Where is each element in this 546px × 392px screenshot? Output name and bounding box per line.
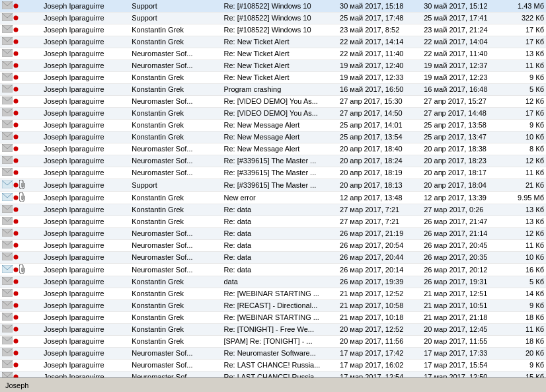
table-row[interactable]: Joseph IparaguirreNeuromaster Sof...Re: … [0, 371, 546, 377]
envelope-icon [2, 180, 13, 190]
email-to: Neuromaster Sof... [130, 347, 221, 359]
table-row[interactable]: Joseph IparaguirreSupportRe: [#339615] T… [0, 178, 546, 191]
email-size: 13 Кб [506, 48, 546, 59]
email-size: 11 Кб [506, 167, 546, 178]
email-sent: 17 мар 2017, 17:42 [338, 347, 422, 359]
svg-point-21 [14, 123, 19, 128]
table-row[interactable]: Joseph IparaguirreNeuromaster Sof...Re: … [0, 143, 546, 155]
email-to: Konstantin Grek [130, 288, 221, 299]
email-size: 9 Кб [506, 71, 546, 83]
email-to: Neuromaster Sof... [130, 95, 221, 107]
email-subject: Re: data [221, 239, 338, 251]
email-icons-cell [0, 71, 42, 83]
table-row[interactable]: Joseph IparaguirreKonstantin GrekRe: [#1… [0, 24, 546, 36]
email-to: Konstantin Grek [130, 24, 221, 36]
table-row[interactable]: Joseph IparaguirreKonstantin GrekRe: New… [0, 119, 546, 131]
table-row[interactable]: Joseph IparaguirreNeuromaster Sof...Re: … [0, 347, 546, 359]
envelope-icon [2, 49, 13, 58]
email-size: 11 Кб [506, 323, 546, 335]
email-sent: 30 май 2017, 15:18 [338, 0, 422, 12]
table-row[interactable]: Joseph IparaguirreKonstantin GrekRe: New… [0, 71, 546, 83]
email-received: 26 мар 2017, 20:12 [422, 263, 506, 276]
table-row[interactable]: Joseph IparaguirreNeuromaster Sof...Re: … [0, 95, 546, 107]
paperclip-icon [19, 192, 26, 203]
email-from: Joseph Iparaguirre [42, 299, 130, 311]
email-subject: Re: [WEBINAR STARTING ... [221, 288, 338, 299]
table-row[interactable]: Joseph IparaguirreSupportRe: [#108522] W… [0, 0, 546, 12]
table-row[interactable]: Joseph IparaguirreKonstantin GrekRe: [RE… [0, 299, 546, 311]
table-row[interactable]: Joseph IparaguirreNeuromaster Sof...Re: … [0, 227, 546, 239]
table-row[interactable]: Joseph IparaguirreNeuromaster Sof...Re: … [0, 359, 546, 371]
svg-point-43 [14, 255, 19, 260]
svg-point-31 [14, 182, 19, 187]
table-row[interactable]: Joseph IparaguirreKonstantin GrekRe: [WE… [0, 311, 546, 323]
unread-dot-icon [13, 241, 19, 249]
email-received: 26 мар 2017, 20:35 [422, 251, 506, 263]
table-row[interactable]: Joseph IparaguirreKonstantin GrekRe: dat… [0, 216, 546, 227]
table-row[interactable]: Joseph IparaguirreKonstantin GrekProgram… [0, 83, 546, 95]
table-row[interactable]: Joseph IparaguirreNeuromaster Sof...Re: … [0, 263, 546, 276]
email-to: Neuromaster Sof... [130, 371, 221, 377]
unread-dot-icon [13, 169, 19, 176]
email-received: 20 мар 2017, 12:45 [422, 323, 506, 335]
table-row[interactable]: Joseph IparaguirreKonstantin GrekRe: [TO… [0, 323, 546, 335]
svg-point-7 [14, 40, 19, 44]
email-from: Joseph Iparaguirre [42, 276, 130, 288]
svg-point-15 [14, 87, 19, 92]
table-row[interactable]: Joseph IparaguirreKonstantin GrekRe: [WE… [0, 288, 546, 299]
email-subject: Re: New Ticket Alert [221, 71, 338, 83]
email-size: 5 Кб [506, 83, 546, 95]
email-subject: Re: [WEBINAR STARTING ... [221, 311, 338, 323]
email-icons-cell [0, 311, 42, 323]
table-row[interactable]: Joseph IparaguirreSupportRe: [#108522] W… [0, 12, 546, 24]
email-size: 1.43 Мб [506, 0, 546, 12]
email-to: Neuromaster Sof... [130, 251, 221, 263]
email-subject: Re: [#108522] Windows 10 [221, 12, 338, 24]
svg-point-23 [14, 135, 19, 139]
unread-dot-icon [13, 361, 19, 369]
envelope-icon [2, 13, 13, 22]
table-row[interactable]: Joseph IparaguirreKonstantin GrekRe: dat… [0, 204, 546, 216]
table-row[interactable]: Joseph IparaguirreNeuromaster Sof...Re: … [0, 251, 546, 263]
email-subject: Re: [#339615] The Master ... [221, 178, 338, 191]
email-from: Joseph Iparaguirre [42, 347, 130, 359]
table-row[interactable]: Joseph IparaguirreKonstantin GrekRe: New… [0, 131, 546, 143]
table-row[interactable]: Joseph IparaguirreKonstantin GrekRe: New… [0, 36, 546, 48]
table-row[interactable]: Joseph IparaguirreKonstantin GrekRe: [VI… [0, 107, 546, 119]
table-row[interactable]: Joseph IparaguirreNeuromaster Sof...Re: … [0, 167, 546, 178]
email-from: Joseph Iparaguirre [42, 48, 130, 59]
paperclip-icon [19, 264, 26, 275]
email-from: Joseph Iparaguirre [42, 24, 130, 36]
table-row[interactable]: Joseph IparaguirreNeuromaster Sof...Re: … [0, 155, 546, 167]
table-row[interactable]: Joseph IparaguirreKonstantin Grekdata26 … [0, 276, 546, 288]
email-from: Joseph Iparaguirre [42, 191, 130, 204]
email-from: Joseph Iparaguirre [42, 36, 130, 48]
unread-dot-icon [13, 266, 19, 274]
email-subject: Re: [#339615] The Master ... [221, 167, 338, 178]
email-from: Joseph Iparaguirre [42, 288, 130, 299]
envelope-icon [2, 348, 13, 358]
unread-dot-icon [13, 278, 19, 286]
email-size: 10 Кб [506, 131, 546, 143]
email-icons-cell [0, 143, 42, 155]
table-row[interactable]: Joseph IparaguirreNeuromaster Sof...Re: … [0, 239, 546, 251]
unread-dot-icon [13, 217, 19, 225]
table-row[interactable]: Joseph IparaguirreNeuromaster Sof...Re: … [0, 48, 546, 59]
email-to: Neuromaster Sof... [130, 263, 221, 276]
email-from: Joseph Iparaguirre [42, 0, 130, 12]
email-icons-cell [0, 359, 42, 371]
table-row[interactable]: Joseph IparaguirreKonstantin Grek[SPAM] … [0, 335, 546, 347]
unread-dot-icon [13, 229, 19, 237]
email-subject: Re: data [221, 251, 338, 263]
email-subject: Re: [RECAST] - Directional... [221, 299, 338, 311]
email-received: 20 апр 2017, 18:17 [422, 167, 506, 178]
email-size: 13 Кб [506, 204, 546, 216]
table-row[interactable]: Joseph IparaguirreKonstantin GrekNew err… [0, 191, 546, 204]
table-row[interactable]: Joseph IparaguirreNeuromaster Sof...Re: … [0, 59, 546, 71]
envelope-icon [2, 61, 13, 70]
email-size: 17 Кб [506, 107, 546, 119]
email-from: Joseph Iparaguirre [42, 131, 130, 143]
email-received: 20 апр 2017, 18:38 [422, 143, 506, 155]
email-sent: 19 май 2017, 12:40 [338, 59, 422, 71]
email-icons-cell [0, 276, 42, 288]
